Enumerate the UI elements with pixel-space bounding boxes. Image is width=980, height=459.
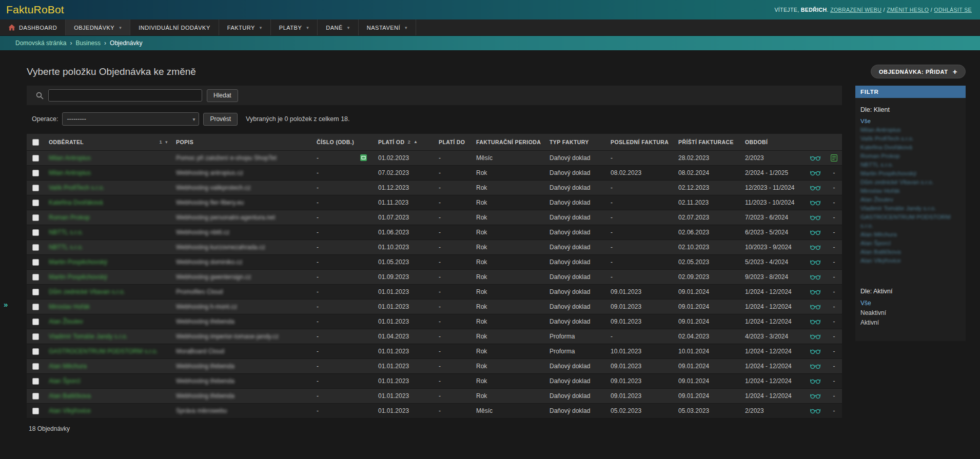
- preview-glasses-icon[interactable]: [810, 304, 820, 310]
- column-header-obdobi[interactable]: OBDOBÍ: [741, 134, 805, 150]
- column-header-cislo-odb[interactable]: ČÍSLO (ODB.): [312, 134, 374, 150]
- preview-glasses-icon[interactable]: [810, 289, 820, 295]
- row-checkbox[interactable]: [32, 393, 39, 400]
- client-link[interactable]: Alan Měchura: [49, 363, 87, 370]
- nav-item-dashboard[interactable]: DASHBOARD: [0, 19, 66, 35]
- client-link[interactable]: Miroslav Hořák: [49, 303, 90, 310]
- row-checkbox[interactable]: [32, 155, 39, 162]
- filter-option-neaktivni[interactable]: Neaktivní: [860, 309, 886, 316]
- row-checkbox[interactable]: [32, 214, 39, 221]
- client-link[interactable]: Kateřina Dvořáková: [49, 199, 103, 206]
- client-link[interactable]: Alan Batličkova: [49, 392, 91, 400]
- add-order-button[interactable]: OBJEDNÁVKA: PŘIDAT +: [871, 65, 966, 78]
- row-checkbox[interactable]: [32, 170, 39, 176]
- preview-glasses-icon[interactable]: [810, 349, 820, 354]
- client-link[interactable]: Milan Antropius: [49, 154, 91, 162]
- search-input[interactable]: [48, 89, 202, 102]
- preview-glasses-icon[interactable]: [810, 319, 820, 325]
- app-logo[interactable]: FaktuRoBot: [6, 4, 64, 16]
- nav-item-platby[interactable]: PLATBY▾: [271, 19, 318, 35]
- row-checkbox[interactable]: [32, 378, 39, 385]
- filter-option-milan-antropius[interactable]: Milan Antropius: [860, 127, 901, 133]
- filter-option-dum-zednicke-vltavan-s-r-o[interactable]: Dům zednické Vltavan s.r.o.: [860, 179, 934, 185]
- client-link[interactable]: NBTTL s.r.o.: [49, 244, 83, 251]
- filter-option-alan-zloutev[interactable]: Alan Žloutev: [860, 196, 893, 203]
- filter-option-alan-mechura[interactable]: Alan Měchura: [860, 231, 897, 237]
- client-link[interactable]: Valík ProfiTech s.r.o.: [49, 184, 105, 191]
- preview-glasses-icon[interactable]: [810, 245, 820, 250]
- column-header-odberatel[interactable]: ODBĚRATEL1▾: [45, 134, 172, 150]
- preview-glasses-icon[interactable]: [810, 274, 820, 280]
- user-link-odhlasit-se[interactable]: ODHLÁSIT SE: [934, 7, 972, 13]
- client-link[interactable]: Dům zednické Vltavan s.r.o.: [49, 288, 125, 295]
- preview-glasses-icon[interactable]: [810, 230, 820, 235]
- filter-option-vse[interactable]: Vše: [860, 300, 871, 307]
- filter-option-valik-profitech-s-r-o[interactable]: Valík ProfiTech s.r.o.: [860, 135, 914, 142]
- row-checkbox[interactable]: [32, 304, 39, 310]
- filter-option-nbttl-s-r-o[interactable]: NBTTL s.r.o.: [860, 162, 893, 168]
- sort-priority[interactable]: 2: [407, 139, 410, 145]
- nav-item-individualni-dodavky[interactable]: INDIVIDUÁLNÍ DODÁVKY: [130, 19, 219, 35]
- client-link[interactable]: NBTTL s.r.o.: [49, 229, 83, 236]
- invoice-list-icon[interactable]: [831, 154, 837, 162]
- column-header-typ-faktury[interactable]: TYP FAKTURY: [545, 134, 606, 150]
- sidebar-toggle[interactable]: »: [4, 300, 8, 309]
- client-link[interactable]: Alan Žloutev: [49, 318, 83, 325]
- filter-option-roman-prokop[interactable]: Roman Prokop: [860, 153, 900, 159]
- filter-option-alan-vlkyrovice[interactable]: Alan Vlkýřovice: [860, 257, 901, 264]
- preview-glasses-icon[interactable]: [810, 155, 820, 161]
- preview-glasses-icon[interactable]: [810, 408, 820, 414]
- client-link[interactable]: Martin Pospěchovský: [49, 258, 107, 266]
- filter-option-aktivni[interactable]: Aktivní: [860, 319, 879, 326]
- client-link[interactable]: Martin Pospěchovský: [49, 273, 107, 281]
- column-header-plati-od[interactable]: PLATÍ OD2▲: [374, 134, 435, 150]
- nav-item-faktury[interactable]: FAKTURY▾: [219, 19, 271, 35]
- client-link[interactable]: Milan Antropius: [49, 169, 91, 176]
- preview-glasses-icon[interactable]: [810, 334, 820, 340]
- row-checkbox[interactable]: [32, 229, 39, 236]
- column-header-pristi-fakturace[interactable]: PŘÍŠTÍ FAKTURACE: [674, 134, 741, 150]
- nav-item-objednavky[interactable]: OBJEDNÁVKY▾: [66, 19, 130, 35]
- user-link-zmenit-heslo[interactable]: ZMĚNIT HESLO: [887, 7, 929, 13]
- filter-option-martin-pospechovsky[interactable]: Martin Pospěchovský: [860, 170, 916, 176]
- filter-option-alan-sporcl[interactable]: Alan Šporcl: [860, 240, 891, 246]
- column-header-posledni-faktura[interactable]: POSLEDNÍ FAKTURA: [606, 134, 674, 150]
- preview-glasses-icon[interactable]: [810, 378, 820, 384]
- preview-glasses-icon[interactable]: [810, 260, 820, 265]
- row-checkbox[interactable]: [32, 244, 39, 251]
- preview-glasses-icon[interactable]: [810, 215, 820, 221]
- column-header-plati-do[interactable]: PLATÍ DO: [435, 134, 472, 150]
- sort-asc-icon[interactable]: ▲: [414, 139, 418, 144]
- filter-option-vladimir-tomase-jandy-s-r-o[interactable]: Vladimír Tomáše Jandy s.r.o.: [860, 205, 936, 211]
- action-go-button[interactable]: Provést: [203, 113, 238, 126]
- user-link-zobrazeni-webu[interactable]: ZOBRAZENÍ WEBU: [830, 7, 881, 13]
- search-button[interactable]: Hledat: [207, 89, 238, 102]
- breadcrumb-link-business[interactable]: Business: [75, 39, 101, 47]
- preview-glasses-icon[interactable]: [810, 185, 820, 191]
- row-checkbox[interactable]: [32, 259, 39, 266]
- row-checkbox[interactable]: [32, 185, 39, 191]
- preview-glasses-icon[interactable]: [810, 170, 820, 176]
- client-link[interactable]: GASTROCENTRUM PODSTORM s.r.o.: [49, 348, 158, 355]
- breadcrumb-link-domovska-stranka[interactable]: Domovská stránka: [15, 39, 66, 47]
- filter-option-miroslav-horak[interactable]: Miroslav Hořák: [860, 188, 900, 194]
- row-checkbox[interactable]: [32, 318, 39, 325]
- client-link[interactable]: Roman Prokop: [49, 214, 90, 221]
- row-checkbox[interactable]: [32, 333, 39, 340]
- sort-options-icon[interactable]: ▾: [165, 139, 168, 145]
- preview-glasses-icon[interactable]: [810, 364, 820, 369]
- column-header-popis[interactable]: POPIS: [172, 134, 312, 150]
- preview-glasses-icon[interactable]: [810, 200, 820, 206]
- row-checkbox[interactable]: [32, 408, 39, 414]
- nav-item-dane[interactable]: DANĚ▾: [318, 19, 359, 35]
- client-link[interactable]: Alan Vlkýřovice: [49, 407, 91, 414]
- filter-option-alan-batlickova[interactable]: Alan Batličkova: [860, 249, 901, 255]
- filter-option-vse[interactable]: Vše: [860, 118, 871, 124]
- column-header-fakturacni-perioda[interactable]: FAKTURAČNÍ PERIODA: [472, 134, 545, 150]
- row-checkbox[interactable]: [32, 274, 39, 281]
- filter-option-katerina-dvorakova[interactable]: Kateřina Dvořáková: [860, 144, 912, 150]
- filter-option-gastrocentrum-podstorm-s-r-o[interactable]: GASTROCENTRUM PODSTORM s.r.o.: [860, 214, 951, 229]
- row-checkbox[interactable]: [32, 363, 39, 370]
- row-checkbox[interactable]: [32, 348, 39, 355]
- client-link[interactable]: Vladimír Tomáše Jandy s.r.o.: [49, 333, 128, 340]
